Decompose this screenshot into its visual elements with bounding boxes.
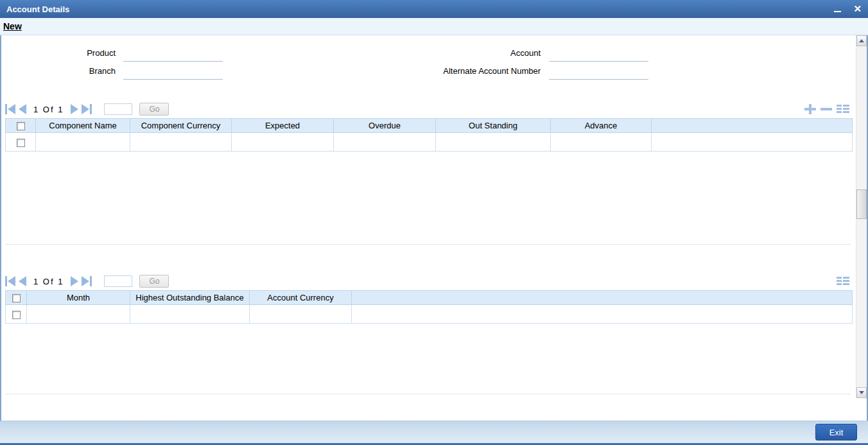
components-table: Component Name Component Currency Expect… bbox=[5, 118, 853, 152]
cell-advance[interactable] bbox=[551, 133, 652, 152]
footer-bar: Exit bbox=[0, 421, 868, 443]
up-arrow-icon bbox=[859, 39, 864, 42]
delete-row-icon[interactable] bbox=[820, 103, 833, 115]
cell-overdue[interactable] bbox=[334, 133, 436, 152]
cell-component-currency[interactable] bbox=[130, 133, 232, 152]
row-select-cell bbox=[6, 133, 36, 152]
row-checkbox[interactable] bbox=[12, 311, 21, 319]
components-table-row bbox=[6, 133, 853, 152]
column-header-expected: Expected bbox=[232, 119, 334, 133]
column-header-component-currency: Component Currency bbox=[130, 119, 232, 133]
section-divider bbox=[5, 244, 851, 245]
cell-component-name[interactable] bbox=[36, 133, 130, 152]
next-page-icon[interactable] bbox=[71, 104, 78, 114]
window-controls: ✕ bbox=[833, 4, 862, 13]
balances-toolbar: 1 Of 1 Go bbox=[5, 273, 850, 290]
page-number-input[interactable] bbox=[104, 103, 132, 115]
select-all-checkbox[interactable] bbox=[12, 294, 21, 302]
balances-table: Month Highest Outstanding Balance Accoun… bbox=[5, 290, 853, 324]
product-input[interactable] bbox=[123, 48, 223, 62]
column-header-advance: Advance bbox=[551, 119, 652, 133]
column-header-highest-outstanding-balance: Highest Outstanding Balance bbox=[130, 291, 250, 305]
cell-highest-outstanding-balance[interactable] bbox=[130, 305, 250, 324]
cell-expected[interactable] bbox=[232, 133, 334, 152]
cell-trailing-empty bbox=[652, 133, 853, 152]
add-row-icon[interactable] bbox=[804, 103, 817, 115]
cell-account-currency[interactable] bbox=[250, 305, 352, 324]
go-button[interactable]: Go bbox=[139, 275, 169, 288]
page-indicator: 1 Of 1 bbox=[33, 105, 64, 114]
last-page-icon[interactable] bbox=[82, 276, 92, 286]
balances-header-row: Month Highest Outstanding Balance Accoun… bbox=[6, 291, 853, 305]
window-title: Account Details bbox=[6, 4, 69, 14]
select-all-header-cell bbox=[6, 291, 27, 305]
cell-month[interactable] bbox=[27, 305, 130, 324]
column-header-empty bbox=[352, 291, 853, 305]
first-page-icon[interactable] bbox=[5, 276, 15, 286]
branch-input[interactable] bbox=[123, 66, 223, 80]
scroll-up-button[interactable] bbox=[856, 35, 867, 46]
vertical-scrollbar[interactable] bbox=[856, 35, 867, 398]
close-button[interactable]: ✕ bbox=[853, 4, 862, 13]
go-button[interactable]: Go bbox=[139, 103, 169, 116]
row-select-cell bbox=[6, 305, 27, 324]
action-bar: New bbox=[0, 18, 868, 35]
row-checkbox[interactable] bbox=[17, 139, 25, 147]
column-header-out-standing: Out Standing bbox=[436, 119, 551, 133]
select-all-checkbox[interactable] bbox=[17, 122, 25, 130]
page-number-input[interactable] bbox=[104, 275, 132, 287]
exit-button[interactable]: Exit bbox=[815, 424, 857, 441]
new-action[interactable]: New bbox=[3, 21, 22, 31]
column-header-empty bbox=[652, 119, 853, 133]
cell-out-standing[interactable] bbox=[436, 133, 551, 152]
minimize-button[interactable] bbox=[833, 4, 842, 13]
column-header-month: Month bbox=[27, 291, 130, 305]
titlebar: Account Details ✕ bbox=[0, 0, 868, 18]
balances-table-row bbox=[6, 305, 853, 324]
minimize-icon bbox=[834, 11, 841, 12]
account-input[interactable] bbox=[549, 48, 648, 62]
previous-page-icon[interactable] bbox=[19, 276, 26, 286]
next-page-icon[interactable] bbox=[71, 276, 78, 286]
account-label: Account bbox=[360, 48, 541, 59]
cell-trailing-empty bbox=[352, 305, 853, 324]
select-all-header-cell bbox=[6, 119, 36, 133]
details-icon[interactable] bbox=[836, 104, 850, 114]
page-indicator: 1 Of 1 bbox=[33, 277, 64, 286]
account-details-window: Account Details ✕ New Product Branch Acc… bbox=[0, 0, 868, 445]
components-header-row: Component Name Component Currency Expect… bbox=[6, 119, 853, 133]
scrollbar-thumb[interactable] bbox=[856, 189, 867, 219]
scroll-down-button[interactable] bbox=[856, 387, 867, 398]
first-page-icon[interactable] bbox=[5, 104, 15, 114]
components-toolbar: 1 Of 1 Go bbox=[5, 101, 850, 118]
alternate-account-number-label: Alternate Account Number bbox=[360, 65, 541, 77]
branch-label: Branch bbox=[0, 65, 116, 77]
column-header-component-name: Component Name bbox=[36, 119, 130, 133]
alternate-account-number-input[interactable] bbox=[549, 66, 648, 80]
down-arrow-icon bbox=[859, 391, 864, 394]
column-header-overdue: Overdue bbox=[334, 119, 436, 133]
product-label: Product bbox=[0, 48, 116, 59]
section-divider bbox=[5, 394, 851, 394]
column-header-account-currency: Account Currency bbox=[250, 291, 352, 305]
details-icon[interactable] bbox=[836, 276, 850, 286]
last-page-icon[interactable] bbox=[82, 104, 92, 114]
previous-page-icon[interactable] bbox=[19, 104, 26, 114]
